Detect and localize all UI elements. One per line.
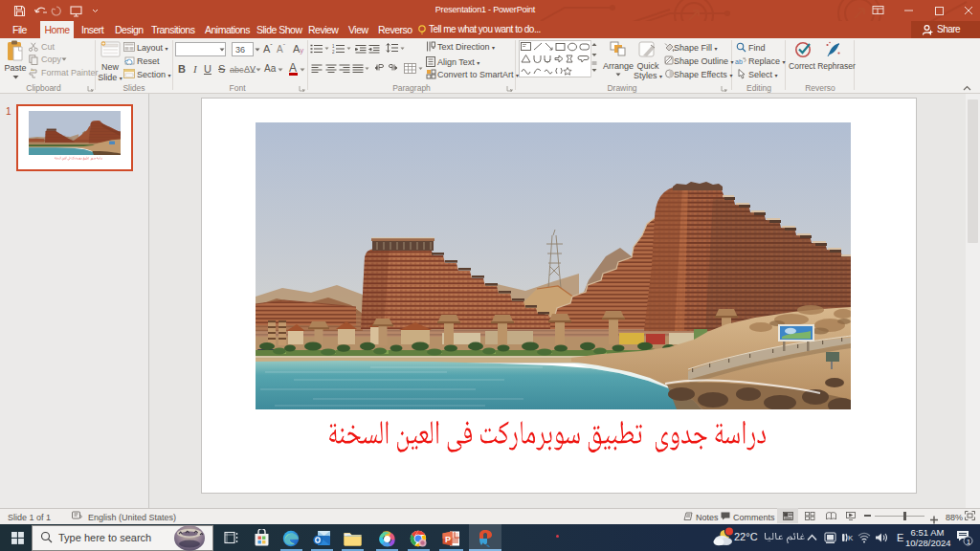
- svg-text:P: P: [445, 535, 451, 544]
- svg-text:2: 2: [332, 50, 335, 55]
- svg-text:ab: ab: [735, 58, 743, 65]
- svg-text:1: 1: [967, 538, 971, 546]
- svg-text:1: 1: [332, 44, 335, 49]
- svg-text:K: K: [848, 534, 854, 542]
